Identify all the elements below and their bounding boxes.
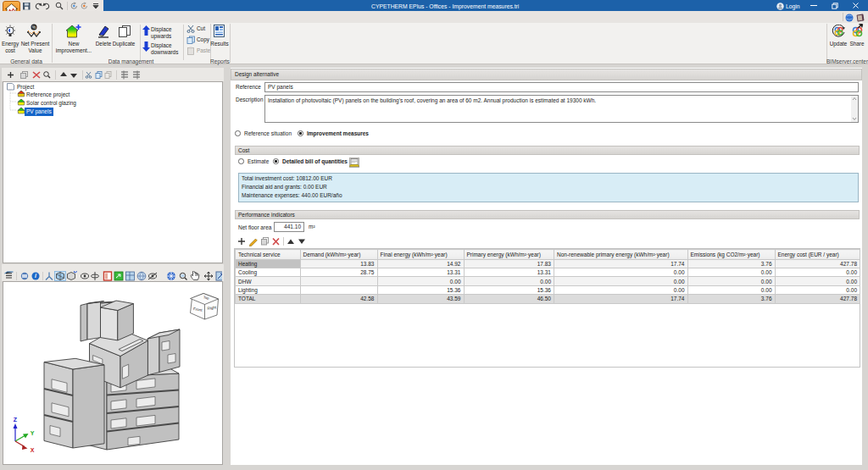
svg-text:%: %	[32, 25, 36, 30]
svg-text:X: X	[31, 447, 35, 453]
svg-text:Y: Y	[31, 430, 35, 436]
svg-text:Z: Z	[14, 417, 18, 423]
